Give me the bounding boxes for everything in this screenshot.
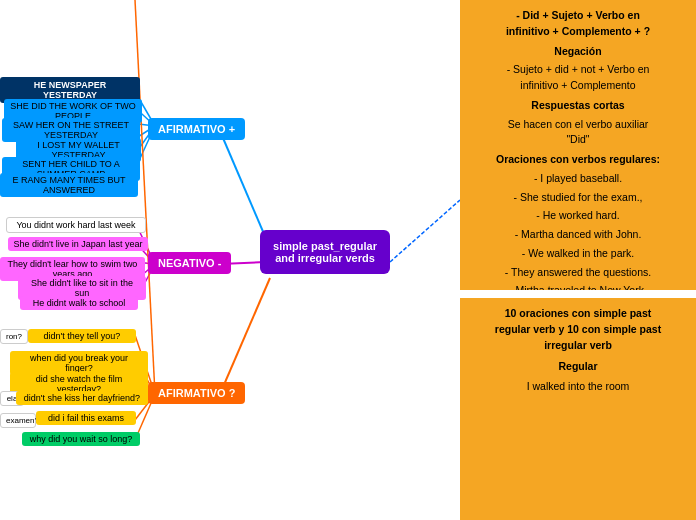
node-afirmativo-q: AFIRMATIVO ? bbox=[148, 382, 245, 404]
afirmativo-q-label: AFIRMATIVO ? bbox=[158, 387, 235, 399]
node-q-5: did i fail this exams bbox=[36, 411, 136, 425]
mindmap-area: simple past_regular and irregular verds … bbox=[0, 0, 460, 520]
right-reg-4: - Martha danced with John. bbox=[470, 227, 686, 243]
node-q-6: why did you wait so long? bbox=[22, 432, 140, 446]
right-panel: - Did + Sujeto + Verbo eninfinitivo + Co… bbox=[460, 0, 696, 520]
right-top-content: - Did + Sujeto + Verbo eninfinitivo + Co… bbox=[460, 0, 696, 290]
right-respuestas-title: Respuestas cortas bbox=[470, 98, 686, 114]
negativo-label: NEGATIVO - bbox=[158, 257, 221, 269]
right-bottom-content: 10 oraciones con simple pastregular verb… bbox=[460, 298, 696, 520]
node-blue-5: E RANG MANY TIMES BUT ANSWERED bbox=[0, 173, 138, 197]
node-negativo: NEGATIVO - bbox=[148, 252, 231, 274]
right-reg-7: - Mirtha traveled to New York. bbox=[470, 283, 686, 290]
node-neg-1: You didnt work hard last week bbox=[6, 217, 146, 233]
node-q-4: didn't she kiss her dayfriend? bbox=[16, 391, 148, 405]
node-center: simple past_regular and irregular verds bbox=[260, 230, 390, 274]
node-q-label-3: examen? bbox=[0, 413, 36, 428]
node-q-1: didn't they tell you? bbox=[28, 329, 136, 343]
svg-line-21 bbox=[390, 200, 460, 262]
right-respuestas-text: Se hacen con el verbo auxiliar"Did" bbox=[470, 117, 686, 149]
right-negacion-title: Negación bbox=[470, 44, 686, 60]
node-center-label: simple past_regular and irregular verds bbox=[273, 240, 377, 264]
right-formula: - Did + Sujeto + Verbo eninfinitivo + Co… bbox=[470, 8, 686, 40]
right-reg-6: - They answered the questions. bbox=[470, 265, 686, 281]
right-bottom-subtitle: Regular bbox=[470, 359, 686, 375]
svg-line-2 bbox=[220, 278, 270, 394]
right-reg-5: - We walked in the park. bbox=[470, 246, 686, 262]
node-neg-5: He didnt walk to school bbox=[20, 296, 138, 310]
afirmativo-pos-label: AFIRMATIVO + bbox=[158, 123, 235, 135]
svg-line-17 bbox=[135, 0, 155, 394]
node-afirmativo-pos: AFIRMATIVO + bbox=[148, 118, 245, 140]
right-regulares-title: Oraciones con verbos regulares: bbox=[470, 152, 686, 168]
right-bottom-text: I walked into the room bbox=[470, 379, 686, 395]
right-negacion-text: - Sujeto + did + not + Verbo eninfinitiv… bbox=[470, 62, 686, 94]
right-reg-3: - He worked hard. bbox=[470, 208, 686, 224]
node-neg-2: She didn't live in Japan last year bbox=[8, 237, 148, 251]
right-reg-1: - I played baseball. bbox=[470, 171, 686, 187]
right-reg-2: - She studied for the exam., bbox=[470, 190, 686, 206]
right-bottom-title: 10 oraciones con simple pastregular verb… bbox=[470, 306, 686, 353]
node-q-label-1: ron? bbox=[0, 329, 28, 344]
